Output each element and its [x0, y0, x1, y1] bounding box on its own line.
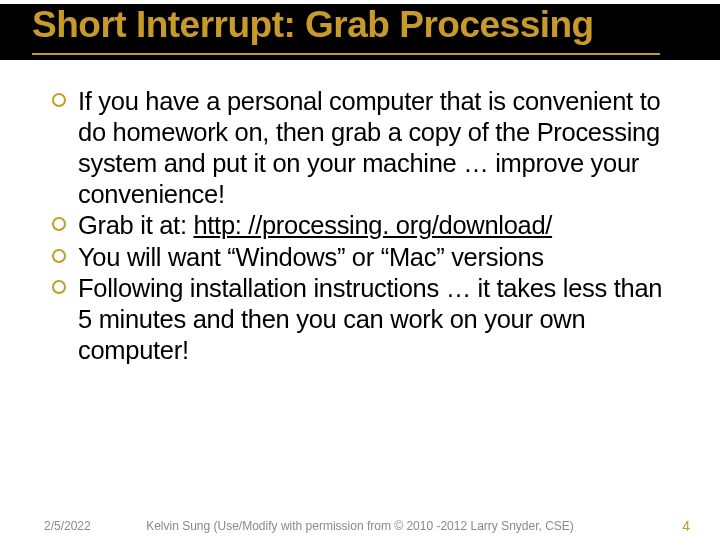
bullet-text: You will want “Windows” or “Mac” version…: [78, 243, 544, 271]
title-underline: [32, 53, 660, 55]
bullet-text: Following installation instructions … it…: [78, 274, 662, 364]
slide: Short Interrupt: Grab Processing If you …: [0, 0, 720, 540]
ring-bullet-icon: [52, 249, 66, 263]
bullet-item: Grab it at: http: //processing. org/down…: [52, 210, 682, 241]
slide-title: Short Interrupt: Grab Processing: [32, 4, 594, 46]
bullet-item: You will want “Windows” or “Mac” version…: [52, 242, 682, 273]
bullet-item: If you have a personal computer that is …: [52, 86, 682, 210]
ring-bullet-icon: [52, 280, 66, 294]
ring-bullet-icon: [52, 217, 66, 231]
bullet-text: If you have a personal computer that is …: [78, 87, 660, 208]
download-link[interactable]: http: //processing. org/download/: [193, 211, 552, 239]
footer-credit: Kelvin Sung (Use/Modify with permission …: [0, 519, 720, 533]
bullet-item: Following installation instructions … it…: [52, 273, 682, 366]
page-number: 4: [682, 518, 690, 534]
bullet-text: Grab it at:: [78, 211, 193, 239]
ring-bullet-icon: [52, 93, 66, 107]
slide-body: If you have a personal computer that is …: [52, 86, 682, 366]
title-bar: Short Interrupt: Grab Processing: [0, 4, 720, 60]
